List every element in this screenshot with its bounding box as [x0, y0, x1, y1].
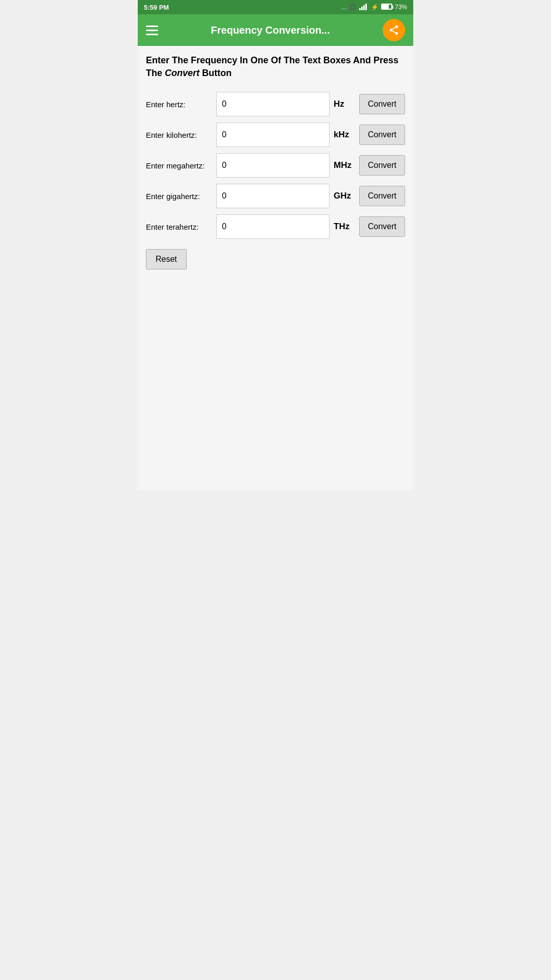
- row-unit-1: kHz: [334, 130, 355, 140]
- svg-rect-2: [363, 5, 365, 10]
- svg-rect-3: [365, 4, 367, 10]
- terahertz-input[interactable]: [216, 214, 330, 239]
- kilohertz-input[interactable]: [216, 122, 330, 147]
- menu-line-2: [146, 30, 158, 31]
- gigahertz-input[interactable]: [216, 184, 330, 208]
- conversion-row-5: Enter terahertz: THz Convert: [146, 214, 405, 239]
- convert-button-4[interactable]: Convert: [359, 216, 405, 237]
- megahertz-input[interactable]: [216, 153, 330, 178]
- signal-icon: [359, 3, 368, 12]
- instructions-text: Enter The Frequency In One Of The Text B…: [146, 54, 405, 80]
- conversion-row-3: Enter megahertz: MHz Convert: [146, 153, 405, 178]
- row-label-1: Enter kilohertz:: [146, 130, 212, 140]
- row-unit-2: MHz: [334, 160, 355, 170]
- share-icon: [388, 24, 399, 36]
- row-label-3: Enter gigahertz:: [146, 191, 212, 202]
- main-content: Enter The Frequency In One Of The Text B…: [138, 46, 413, 490]
- status-time: 5:59 PM: [144, 4, 169, 11]
- toolbar: Frequency Conversion...: [138, 14, 413, 46]
- conversion-row-4: Enter gigahertz: GHz Convert: [146, 184, 405, 208]
- charging-icon: ⚡: [371, 4, 379, 11]
- convert-button-3[interactable]: Convert: [359, 186, 405, 206]
- battery-percent: 73%: [395, 4, 407, 11]
- row-label-2: Enter megahertz:: [146, 161, 212, 171]
- convert-button-1[interactable]: Convert: [359, 125, 405, 145]
- svg-rect-1: [361, 7, 363, 10]
- status-bar: 5:59 PM ... 🎧 ⚡ 73%: [138, 0, 413, 14]
- status-icons: ... 🎧 ⚡ 73%: [341, 3, 407, 12]
- menu-line-3: [146, 34, 158, 35]
- row-unit-4: THz: [334, 222, 355, 232]
- row-unit-0: Hz: [334, 99, 355, 109]
- row-label-0: Enter hertz:: [146, 100, 212, 110]
- convert-button-2[interactable]: Convert: [359, 155, 405, 176]
- menu-button[interactable]: [146, 26, 158, 35]
- hertz-input[interactable]: [216, 92, 330, 116]
- share-button[interactable]: [383, 19, 405, 41]
- headphone-icon: 🎧: [349, 4, 357, 11]
- menu-line-1: [146, 26, 158, 27]
- svg-rect-0: [359, 8, 361, 10]
- instructions-line1: Enter The Frequency In One Of The Text B…: [146, 55, 398, 78]
- row-unit-3: GHz: [334, 191, 355, 201]
- dots-icon: ...: [341, 4, 346, 11]
- reset-button[interactable]: Reset: [146, 249, 187, 270]
- conversion-row-1: Enter hertz: Hz Convert: [146, 92, 405, 116]
- convert-button-0[interactable]: Convert: [359, 94, 405, 114]
- conversion-rows: Enter hertz: Hz Convert Enter kilohertz:…: [146, 92, 405, 239]
- row-label-4: Enter terahertz:: [146, 222, 212, 232]
- toolbar-title: Frequency Conversion...: [158, 24, 383, 36]
- conversion-row-2: Enter kilohertz: kHz Convert: [146, 122, 405, 147]
- battery-icon: [381, 4, 392, 11]
- instructions-italic: Convert: [165, 68, 199, 78]
